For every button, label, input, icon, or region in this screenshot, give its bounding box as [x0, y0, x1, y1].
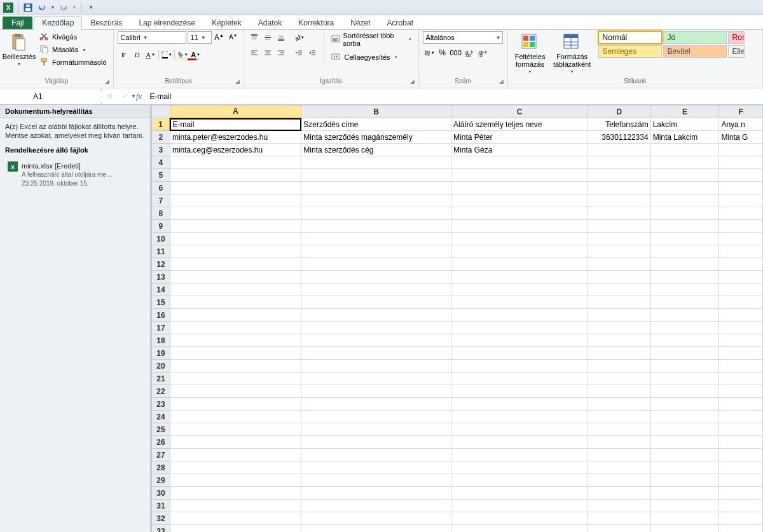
row-header[interactable]: 16 — [152, 309, 170, 322]
cell[interactable] — [650, 500, 719, 512]
cell[interactable] — [170, 487, 301, 500]
cell[interactable] — [719, 512, 763, 525]
select-all-corner[interactable] — [152, 106, 170, 118]
cell[interactable] — [719, 474, 763, 487]
row-header[interactable]: 12 — [152, 258, 170, 271]
cell[interactable] — [588, 144, 651, 156]
cell[interactable] — [588, 309, 651, 322]
cell[interactable] — [451, 258, 588, 271]
cell[interactable] — [301, 156, 451, 169]
cell[interactable] — [588, 156, 651, 169]
cell[interactable] — [301, 385, 451, 398]
enter-formula-icon[interactable]: ✓ — [117, 92, 132, 100]
cell[interactable]: minta.peter@eszerzodes.hu — [170, 131, 301, 144]
cell[interactable] — [451, 512, 588, 525]
cell[interactable] — [650, 334, 719, 347]
formula-input[interactable] — [146, 88, 763, 104]
cell[interactable] — [451, 334, 588, 347]
cell[interactable] — [650, 487, 719, 500]
copy-button[interactable]: Másolás ▼ — [37, 44, 109, 55]
cell[interactable] — [650, 309, 719, 322]
cell[interactable]: Szerződés címe — [301, 118, 451, 131]
undo-icon[interactable] — [36, 2, 48, 13]
cell[interactable] — [719, 233, 763, 245]
cell[interactable] — [719, 436, 763, 449]
cell[interactable] — [719, 309, 763, 322]
cell[interactable]: Minta G — [719, 131, 763, 144]
align-top-icon[interactable] — [248, 31, 261, 44]
cell[interactable] — [650, 347, 719, 360]
wrap-text-button[interactable]: ab Sortöréssel több sorba ▼ — [329, 31, 414, 48]
align-left-icon[interactable] — [248, 46, 261, 59]
tab-képletek[interactable]: Képletek — [203, 16, 250, 29]
cell[interactable] — [719, 169, 763, 182]
cell[interactable] — [719, 258, 763, 271]
row-header[interactable]: 2 — [152, 131, 170, 144]
cell[interactable] — [170, 372, 301, 385]
column-header[interactable]: E — [650, 106, 719, 118]
cell[interactable] — [170, 474, 301, 487]
row-header[interactable]: 10 — [152, 233, 170, 245]
decrease-indent-icon[interactable] — [292, 46, 305, 59]
cell[interactable] — [170, 182, 301, 194]
row-header[interactable]: 29 — [152, 474, 170, 487]
cell[interactable] — [301, 309, 451, 322]
redo-icon[interactable] — [58, 2, 69, 13]
cell[interactable] — [170, 500, 301, 512]
cell[interactable] — [301, 500, 451, 512]
cell[interactable] — [451, 398, 588, 411]
row-header[interactable]: 20 — [152, 360, 170, 372]
cell[interactable] — [301, 423, 451, 436]
dialog-launcher-icon[interactable]: ◢ — [409, 78, 416, 86]
tab-acrobat[interactable]: Acrobat — [379, 16, 422, 29]
row-header[interactable]: 21 — [152, 372, 170, 385]
recovery-file-item[interactable]: X minta.xlsx [Eredeti] A felhasználó ált… — [5, 159, 145, 191]
cell[interactable] — [170, 385, 301, 398]
cell-style-good[interactable]: Jó — [663, 31, 727, 44]
cell[interactable] — [170, 156, 301, 169]
cell[interactable]: Minta Péter — [451, 131, 588, 144]
cell[interactable] — [451, 156, 588, 169]
redo-dropdown-icon[interactable]: ▼ — [72, 2, 77, 13]
cell[interactable] — [719, 398, 763, 411]
cell[interactable] — [588, 372, 651, 385]
cell[interactable] — [301, 169, 451, 182]
cell[interactable] — [588, 500, 651, 512]
column-header[interactable]: B — [301, 106, 451, 118]
cell[interactable] — [588, 487, 651, 500]
row-header[interactable]: 5 — [152, 169, 170, 182]
row-header[interactable]: 25 — [152, 423, 170, 436]
cell[interactable] — [451, 372, 588, 385]
cell[interactable] — [170, 436, 301, 449]
row-header[interactable]: 23 — [152, 398, 170, 411]
cell[interactable] — [650, 258, 719, 271]
cell[interactable] — [170, 360, 301, 372]
cell[interactable] — [719, 283, 763, 296]
spreadsheet-grid[interactable]: ABCDEF1E-mailSzerződés címeAláíró személ… — [151, 105, 763, 532]
cell[interactable] — [719, 385, 763, 398]
cell[interactable] — [301, 194, 451, 207]
cell[interactable]: Telefonszám — [588, 118, 651, 131]
cell[interactable] — [650, 144, 719, 156]
row-header[interactable]: 7 — [152, 194, 170, 207]
cell[interactable] — [588, 449, 651, 461]
row-header[interactable]: 6 — [152, 182, 170, 194]
cell-style-neutral[interactable]: Semleges — [598, 45, 662, 58]
conditional-formatting-button[interactable]: Feltételes formázás▼ — [512, 31, 549, 76]
cell[interactable] — [451, 385, 588, 398]
percent-format-icon[interactable]: % — [436, 46, 449, 59]
cell[interactable] — [170, 449, 301, 461]
cell-style-bad[interactable]: Ros — [728, 31, 745, 44]
cell[interactable] — [170, 245, 301, 258]
cell[interactable] — [588, 525, 651, 533]
cell-style-normal[interactable]: Normál — [598, 31, 662, 44]
row-header[interactable]: 11 — [152, 245, 170, 258]
dialog-launcher-icon[interactable]: ◢ — [104, 78, 111, 86]
cell[interactable] — [170, 296, 301, 309]
cell[interactable] — [588, 283, 651, 296]
cell[interactable] — [301, 372, 451, 385]
cell[interactable] — [588, 207, 651, 220]
cell[interactable] — [301, 182, 451, 194]
cell[interactable] — [451, 182, 588, 194]
cell[interactable]: Minta szerződés cég — [301, 144, 451, 156]
